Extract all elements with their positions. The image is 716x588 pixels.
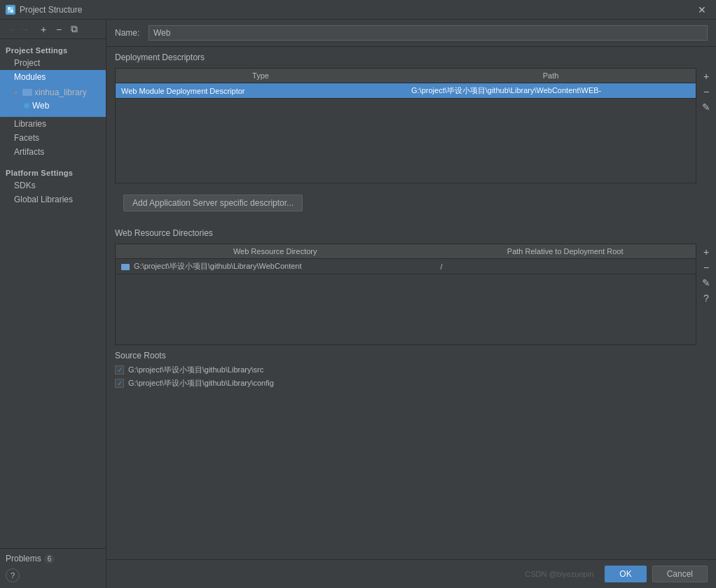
sidebar-item-facets[interactable]: Facets — [0, 131, 106, 145]
tree-root-label: xinhua_library — [34, 88, 87, 97]
sidebar-item-problems[interactable]: Problems 6 — [0, 552, 106, 566]
tree-arrow: ▾ — [14, 89, 22, 97]
name-row: Name: — [106, 20, 716, 47]
add-module-button[interactable]: + — [36, 22, 50, 36]
forward-arrow[interactable]: → — [20, 24, 29, 35]
tree-child-label: Web — [32, 101, 49, 111]
title-bar: Project Structure ✕ — [0, 0, 716, 20]
deployment-descriptors-section: Deployment Descriptors — [106, 47, 716, 68]
nav-arrows: ← → — [3, 21, 35, 38]
watermark: CSDN @biyezuopin — [525, 570, 593, 578]
svg-rect-2 — [11, 7, 13, 10]
col-type-header: Type — [116, 69, 406, 83]
table-row[interactable]: G:\project\毕设小项目\github\Library\WebConte… — [116, 259, 696, 274]
deployment-table-container: Type Path Web Module Deployment Descript… — [115, 68, 716, 183]
deployment-table-wrapper: Type Path Web Module Deployment Descript… — [115, 68, 696, 183]
rel-path-cell: / — [434, 259, 696, 274]
sidebar-nav: Project Settings Project Modules ▾ xinhu… — [0, 39, 106, 548]
add-descriptor-button[interactable]: + — [699, 69, 713, 83]
project-settings-label: Project Settings — [0, 42, 106, 56]
sidebar-bottom: Problems 6 ? — [0, 548, 106, 588]
content-area: Name: Deployment Descriptors Type Path — [106, 20, 716, 588]
svg-rect-0 — [8, 7, 11, 10]
wr-col1-header: Web Resource Directory — [116, 244, 434, 259]
source-root-checkbox[interactable] — [115, 379, 124, 388]
svg-rect-3 — [8, 10, 11, 13]
main-container: ← → + − ⧉ Project Settings Project Modul… — [0, 20, 716, 588]
scrollable-content: Deployment Descriptors Type Path Web Mod… — [106, 47, 716, 559]
title-bar-left: Project Structure — [6, 5, 82, 15]
sidebar-item-project[interactable]: Project — [0, 56, 106, 70]
sidebar-item-modules[interactable]: Modules ▾ xinhua_library Web — [0, 70, 106, 117]
folder-icon — [22, 89, 32, 96]
source-path: G:\project\毕设小项目\github\Library\config — [128, 378, 274, 388]
help-button[interactable]: ? — [6, 568, 20, 582]
source-roots-list: G:\project\毕设小项目\github\Library\src G:\p… — [115, 363, 708, 390]
web-resource-table: Web Resource Directory Path Relative to … — [116, 244, 696, 274]
tree-child[interactable]: Web — [14, 99, 100, 112]
copy-module-button[interactable]: ⧉ — [67, 22, 81, 36]
source-path: G:\project\毕设小项目\github\Library\src — [128, 365, 263, 375]
web-resource-empty-space — [116, 274, 696, 344]
problems-badge: 6 — [44, 554, 55, 564]
svg-rect-1 — [11, 10, 13, 13]
edit-webresource-button[interactable]: ✎ — [699, 276, 713, 290]
directory-cell: G:\project\毕设小项目\github\Library\WebConte… — [116, 259, 434, 274]
sidebar-item-artifacts[interactable]: Artifacts — [0, 145, 106, 159]
list-item: G:\project\毕设小项目\github\Library\src — [115, 363, 708, 377]
module-tree: ▾ xinhua_library Web — [14, 82, 100, 115]
web-resource-section: Web Resource Directories — [106, 223, 716, 244]
web-resource-table-wrapper: Web Resource Directory Path Relative to … — [115, 244, 696, 345]
bottom-bar: CSDN @biyezuopin OK Cancel — [106, 559, 716, 588]
deployment-side-buttons: + − ✎ — [696, 68, 716, 183]
source-roots-section: Source Roots G:\project\毕设小项目\github\Lib… — [106, 345, 716, 393]
help-webresource-button[interactable]: ? — [699, 291, 713, 305]
col-path-header: Path — [406, 69, 696, 83]
window-title: Project Structure — [20, 5, 82, 15]
deployment-table: Type Path Web Module Deployment Descript… — [116, 69, 696, 99]
close-button[interactable]: ✕ — [694, 3, 710, 17]
edit-descriptor-button[interactable]: ✎ — [699, 100, 713, 114]
path-cell: G:\project\毕设小项目\github\Library\WebConte… — [406, 83, 696, 99]
source-roots-title: Source Roots — [115, 351, 708, 360]
sidebar-item-libraries[interactable]: Libraries — [0, 117, 106, 131]
web-resource-side-buttons: + − ✎ ? — [696, 244, 716, 345]
sidebar-item-global-libraries[interactable]: Global Libraries — [0, 192, 106, 206]
web-resource-table-container: Web Resource Directory Path Relative to … — [115, 244, 716, 345]
sidebar-item-sdks[interactable]: SDKs — [0, 178, 106, 192]
back-arrow[interactable]: ← — [8, 24, 18, 35]
platform-settings-label: Platform Settings — [0, 164, 106, 178]
name-input[interactable] — [149, 25, 708, 41]
type-cell: Web Module Deployment Descriptor — [116, 83, 406, 99]
cancel-button[interactable]: Cancel — [652, 566, 708, 582]
list-item: G:\project\毕设小项目\github\Library\config — [115, 377, 708, 390]
sidebar-toolbar: ← → + − ⧉ — [0, 20, 106, 39]
sidebar: ← → + − ⧉ Project Settings Project Modul… — [0, 20, 106, 588]
remove-module-button[interactable]: − — [52, 22, 66, 36]
table-row[interactable]: Web Module Deployment Descriptor G:\proj… — [116, 83, 696, 99]
wr-col2-header: Path Relative to Deployment Root — [434, 244, 696, 259]
remove-webresource-button[interactable]: − — [699, 260, 713, 274]
deployment-descriptors-title: Deployment Descriptors — [115, 52, 708, 62]
tree-root[interactable]: ▾ xinhua_library — [14, 86, 100, 99]
web-resource-title: Web Resource Directories — [115, 228, 708, 238]
add-descriptor-btn-container: Add Application Server specific descript… — [106, 183, 716, 223]
ok-button[interactable]: OK — [605, 566, 646, 582]
app-icon — [6, 5, 15, 15]
add-app-server-button[interactable]: Add Application Server specific descript… — [123, 195, 303, 211]
name-label: Name: — [115, 28, 143, 38]
module-dot-icon — [24, 103, 29, 108]
deployment-table-empty-space — [116, 99, 696, 183]
remove-descriptor-button[interactable]: − — [699, 85, 713, 99]
source-root-checkbox[interactable] — [115, 365, 124, 374]
add-webresource-button[interactable]: + — [699, 245, 713, 259]
